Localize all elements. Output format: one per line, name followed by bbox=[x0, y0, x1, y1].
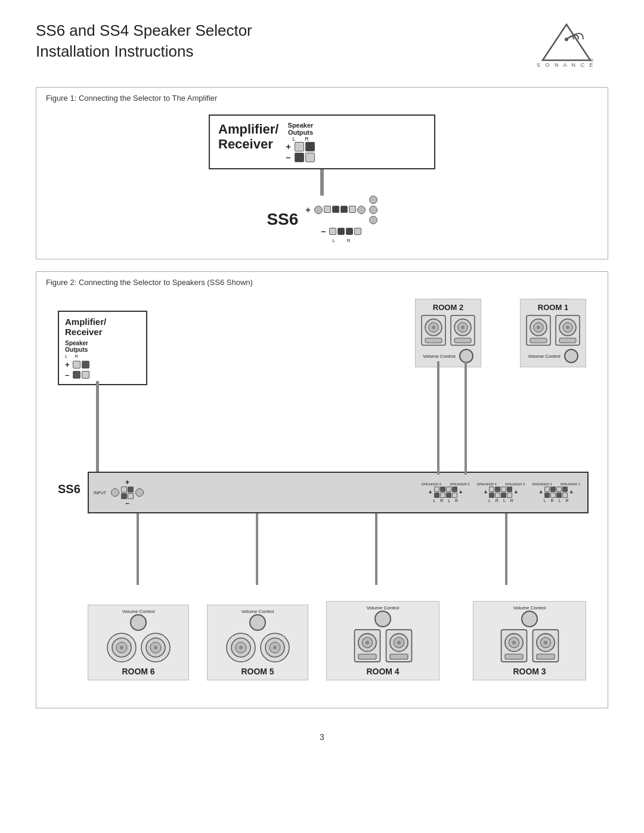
room1-box: ROOM 1 Volume Control bbox=[520, 299, 586, 367]
svg-point-1 bbox=[565, 38, 568, 41]
fig1-amp-label: Amplifier/ Receiver bbox=[218, 122, 278, 152]
svg-point-58 bbox=[543, 640, 547, 644]
wire-to-room3 bbox=[505, 513, 507, 585]
room2-speaker-left bbox=[420, 314, 447, 346]
terminal-r-plus bbox=[305, 142, 315, 151]
room3-vol-section: Volume Control bbox=[513, 605, 546, 627]
terminal-l-plus bbox=[295, 142, 304, 151]
svg-text:S O N A N C E: S O N A N C E bbox=[537, 62, 595, 68]
room1-label: ROOM 1 bbox=[538, 303, 568, 312]
room6-speaker-right bbox=[140, 632, 171, 663]
room2-box: ROOM 2 Volume Control bbox=[415, 299, 481, 367]
room6-label: ROOM 6 bbox=[122, 667, 154, 676]
room4-label: ROOM 4 bbox=[366, 667, 399, 676]
fig2-amp-terminals: + – bbox=[65, 360, 140, 379]
fig2-spk65-terminals: + + bbox=[429, 487, 463, 498]
room5-speaker-right bbox=[259, 632, 290, 663]
room4-box: Volume Control bbox=[326, 601, 439, 680]
fig1-ss6-t3 bbox=[340, 206, 348, 213]
fig2-knob-r bbox=[135, 488, 144, 497]
fig1-ss6-b2 bbox=[338, 228, 345, 235]
wire-to-room6 bbox=[137, 513, 139, 585]
room5-vol-section: Volume Control bbox=[242, 609, 274, 631]
fig1-ss6-label: SS6 bbox=[267, 210, 298, 229]
terminal-r-minus bbox=[305, 153, 315, 162]
fig2-room2-wire-v bbox=[437, 361, 439, 475]
svg-point-39 bbox=[273, 646, 277, 649]
fig2-ss6-label: SS6 bbox=[58, 482, 80, 496]
svg-rect-49 bbox=[389, 654, 407, 659]
svg-text:®: ® bbox=[590, 58, 594, 63]
fig2-t-lm bbox=[73, 371, 80, 379]
wire-to-room5 bbox=[256, 513, 258, 585]
room5-speaker-left bbox=[225, 632, 256, 663]
fig1-ss6-t1 bbox=[324, 206, 331, 213]
room4-speakers bbox=[353, 628, 413, 663]
fig2-spk21-lr: LR LR bbox=[544, 498, 569, 503]
room1-vol-section: Volume Control bbox=[528, 349, 578, 363]
fig1-connecting-wire bbox=[320, 169, 324, 196]
fig1-ss6-b4 bbox=[354, 228, 361, 235]
room2-vol-label: Volume Control bbox=[423, 354, 456, 359]
svg-rect-54 bbox=[504, 654, 522, 659]
fig2-in-t2 bbox=[128, 487, 134, 493]
fig1-ss6-b3 bbox=[346, 228, 353, 235]
room5-label: ROOM 5 bbox=[241, 667, 274, 676]
fig2-ss6-unit-bar: INPUT + – bbox=[88, 472, 589, 513]
fig1-minus-row: – bbox=[286, 153, 315, 162]
fig2-t-lp bbox=[73, 361, 80, 368]
room4-speaker-right bbox=[385, 628, 413, 663]
fig1-ss6-minus: – bbox=[321, 227, 326, 236]
svg-rect-18 bbox=[530, 338, 547, 343]
fig2-in-t4 bbox=[128, 493, 134, 499]
svg-point-31 bbox=[154, 646, 157, 649]
svg-point-7 bbox=[432, 326, 435, 329]
fig1-ss6-lr-labels: L R bbox=[332, 238, 350, 243]
logo-area: S O N A N C E ® bbox=[525, 21, 608, 69]
svg-point-17 bbox=[537, 326, 540, 329]
fig2-amp-title: Amplifier/ Receiver bbox=[65, 317, 140, 337]
room1-vol-knob bbox=[564, 349, 578, 363]
room5-vol-knob bbox=[249, 614, 266, 631]
sonance-logo: S O N A N C E ® bbox=[531, 21, 602, 69]
fig1-ss6-knob-l bbox=[314, 206, 323, 214]
terminal-l-minus bbox=[295, 153, 304, 162]
fig2-amplifier-box: Amplifier/ Receiver Speaker Outputs L R … bbox=[58, 311, 147, 385]
room1-speaker-left bbox=[525, 314, 552, 346]
room1-vol-label: Volume Control bbox=[528, 354, 561, 359]
fig2-spk21-labels: SPEAKER 2 SPEAKER 1 bbox=[532, 482, 580, 486]
svg-rect-8 bbox=[425, 338, 442, 343]
fig1-terminals: + – bbox=[286, 142, 315, 162]
fig2-in-t3 bbox=[121, 493, 127, 499]
fig1-plus-row: + bbox=[286, 142, 315, 151]
room1-speakers bbox=[525, 314, 581, 346]
fig2-ss6-input-label: INPUT bbox=[94, 491, 106, 495]
fig2-input-terminal-section: + – bbox=[111, 478, 144, 507]
fig2-t-rm bbox=[82, 371, 89, 379]
fig1-minus-sign: – bbox=[286, 153, 293, 162]
room3-vol-knob bbox=[521, 611, 538, 627]
svg-point-12 bbox=[461, 326, 465, 329]
room4-vol-knob bbox=[374, 611, 391, 627]
room3-speaker-right bbox=[531, 628, 560, 663]
fig1-ss6-section: SS6 + bbox=[267, 196, 377, 243]
room1-speaker-right bbox=[555, 314, 581, 346]
fig1-ss6-t2 bbox=[332, 206, 339, 213]
fig1-amplifier-text: Amplifier/ Receiver bbox=[218, 122, 278, 152]
figure2-caption: Figure 2: Connecting the Selector to Spe… bbox=[46, 278, 598, 287]
svg-rect-23 bbox=[559, 338, 576, 343]
svg-rect-44 bbox=[358, 654, 376, 659]
title-line2: Installation Instructions bbox=[36, 42, 252, 61]
svg-point-22 bbox=[566, 326, 569, 329]
page-header: SS6 and SS4 Speaker Selector Installatio… bbox=[0, 0, 644, 81]
room3-box: Volume Control bbox=[473, 601, 586, 680]
fig2-room1-wire-v bbox=[465, 361, 467, 475]
svg-point-53 bbox=[512, 640, 515, 644]
fig1-ss6-b1 bbox=[329, 228, 336, 235]
room6-box: Volume Control ROOM 6 bbox=[88, 605, 189, 680]
fig2-spk65-labels: SPEAKER 6 SPEAKER 5 bbox=[422, 482, 470, 486]
room4-vol-label: Volume Control bbox=[367, 605, 400, 611]
room6-vol-label: Volume Control bbox=[122, 609, 155, 614]
fig2-t-rp bbox=[82, 361, 89, 368]
room5-speakers bbox=[225, 632, 290, 663]
